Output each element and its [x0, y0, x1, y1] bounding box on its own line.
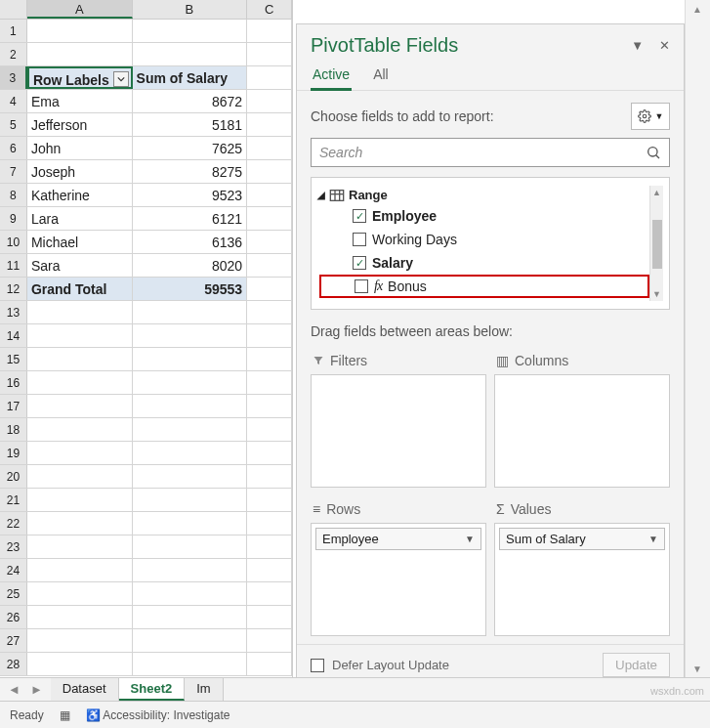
cell[interactable] [133, 395, 248, 417]
cell[interactable]: 8672 [133, 90, 248, 112]
row-header[interactable]: 15 [0, 348, 27, 370]
row-header[interactable]: 8 [0, 184, 27, 206]
cell[interactable] [133, 371, 248, 394]
field-checkbox[interactable] [353, 233, 366, 246]
tab-active[interactable]: Active [311, 61, 352, 91]
cell[interactable] [27, 395, 133, 417]
cell[interactable] [27, 582, 133, 605]
cell[interactable] [133, 653, 248, 675]
cell[interactable]: 59553 [133, 278, 248, 300]
cell[interactable] [247, 559, 292, 581]
cell[interactable] [27, 20, 133, 42]
cell[interactable] [247, 348, 292, 370]
cell[interactable] [133, 418, 248, 441]
field-checkbox[interactable] [355, 279, 368, 293]
cell[interactable] [133, 606, 248, 628]
row-header[interactable]: 2 [0, 43, 27, 65]
row-header[interactable]: 5 [0, 113, 27, 136]
cell[interactable] [27, 465, 133, 488]
row-header[interactable]: 20 [0, 465, 27, 488]
row-header[interactable]: 3 [0, 66, 27, 89]
cell[interactable] [133, 512, 248, 535]
cell[interactable] [27, 489, 133, 511]
filter-dropdown-button[interactable] [113, 71, 129, 87]
cell[interactable]: 9523 [133, 184, 248, 206]
cell[interactable] [247, 653, 292, 675]
cell[interactable] [247, 324, 292, 347]
tools-button[interactable]: ▼ [631, 103, 670, 130]
row-header[interactable]: 4 [0, 90, 27, 112]
row-header[interactable]: 19 [0, 442, 27, 464]
cell[interactable] [27, 606, 133, 628]
cell[interactable] [27, 43, 133, 65]
field-item-salary[interactable]: Salary [317, 251, 649, 275]
values-area[interactable]: ΣValues Sum of Salary▼ [494, 495, 670, 636]
col-header-b[interactable]: B [133, 0, 248, 19]
cell[interactable] [27, 512, 133, 535]
cell[interactable] [133, 465, 248, 488]
cell[interactable] [133, 629, 248, 652]
accessibility-status[interactable]: ♿ Accessibility: Investigate [86, 708, 230, 722]
cell[interactable] [247, 231, 292, 253]
row-header[interactable]: 26 [0, 606, 27, 628]
cell[interactable]: Katherine [27, 184, 133, 206]
cell[interactable] [247, 113, 292, 136]
cell[interactable] [133, 20, 248, 42]
field-list[interactable]: ◢ Range EmployeeWorking DaysSalaryfxBonu… [311, 177, 670, 310]
cell[interactable]: 6136 [133, 231, 248, 253]
cell[interactable] [247, 20, 292, 42]
row-header[interactable]: 24 [0, 559, 27, 581]
row-header[interactable]: 7 [0, 160, 27, 183]
row-header[interactable]: 16 [0, 371, 27, 394]
row-header[interactable]: 14 [0, 324, 27, 347]
worksheet-grid[interactable]: A B C 123Row LabelsSum of Salary4Ema8672… [0, 0, 293, 678]
cell[interactable] [27, 653, 133, 675]
cell[interactable] [133, 324, 248, 347]
field-checkbox[interactable] [353, 256, 366, 270]
update-button[interactable]: Update [603, 653, 670, 677]
row-header[interactable]: 18 [0, 418, 27, 441]
cell[interactable] [133, 535, 248, 558]
cell[interactable] [27, 371, 133, 394]
cell[interactable]: 8020 [133, 254, 248, 277]
cell[interactable] [247, 207, 292, 230]
sheet-tab-sheet2[interactable]: Sheet2 [119, 678, 186, 701]
col-header-c[interactable]: C [247, 0, 292, 19]
row-header[interactable]: 23 [0, 535, 27, 558]
row-header[interactable]: 10 [0, 231, 27, 253]
row-header[interactable]: 17 [0, 395, 27, 417]
cell[interactable]: Sara [27, 254, 133, 277]
cell[interactable] [27, 559, 133, 581]
cell[interactable] [133, 582, 248, 605]
cell[interactable] [247, 137, 292, 159]
rows-item-employee[interactable]: Employee▼ [315, 528, 481, 550]
cell[interactable]: Joseph [27, 160, 133, 183]
macro-icon[interactable]: ▦ [60, 708, 70, 722]
row-header[interactable]: 27 [0, 629, 27, 652]
pane-options-dropdown[interactable]: ▼ [631, 38, 644, 53]
row-header[interactable]: 28 [0, 653, 27, 675]
cell[interactable] [247, 512, 292, 535]
cell[interactable] [247, 629, 292, 652]
values-item-sum-salary[interactable]: Sum of Salary▼ [499, 528, 665, 550]
defer-checkbox[interactable] [311, 659, 324, 672]
rows-area[interactable]: ≡Rows Employee▼ [311, 495, 486, 636]
cell[interactable]: 6121 [133, 207, 248, 230]
cell[interactable]: 5181 [133, 113, 248, 136]
row-header[interactable]: 13 [0, 301, 27, 323]
cell[interactable] [247, 442, 292, 464]
row-header[interactable]: 12 [0, 278, 27, 300]
cell[interactable] [133, 348, 248, 370]
cell[interactable]: Lara [27, 207, 133, 230]
cell[interactable] [247, 254, 292, 277]
cell[interactable] [247, 160, 292, 183]
select-all-corner[interactable] [0, 0, 27, 19]
cell[interactable] [247, 90, 292, 112]
cell[interactable] [27, 301, 133, 323]
cell[interactable] [27, 324, 133, 347]
tab-all[interactable]: All [371, 61, 391, 90]
cell[interactable] [247, 43, 292, 65]
cell[interactable] [27, 418, 133, 441]
cell[interactable]: 7625 [133, 137, 248, 159]
row-header[interactable]: 1 [0, 20, 27, 42]
